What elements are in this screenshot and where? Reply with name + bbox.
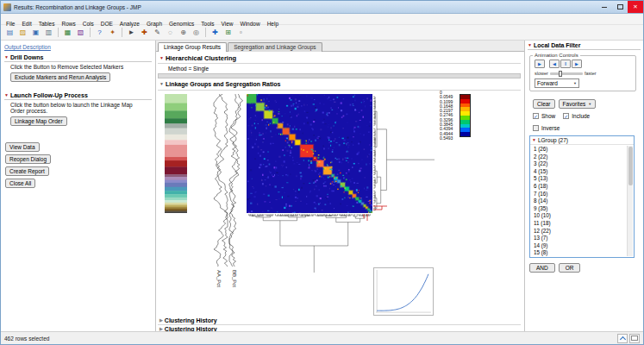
axis-label-aa-pct: AA_Pct (216, 270, 222, 287)
recombination-heatmap[interactable] (247, 94, 372, 213)
output-description-link[interactable]: Output Description (4, 44, 152, 50)
lgroup-list-item[interactable]: 1 (26) (531, 146, 627, 154)
exclude-markers-button[interactable]: Exclude Markers and Rerun Analysis (10, 72, 110, 82)
create-report-button[interactable]: Create Report (5, 166, 49, 176)
help-icon[interactable]: ? (94, 27, 105, 38)
plus-icon[interactable]: ✚ (209, 27, 221, 38)
lgroup-list-item[interactable]: 8 (14) (531, 198, 627, 205)
lgroup-list-item[interactable]: 10 (10) (531, 212, 627, 220)
linkage-group-color-strip[interactable] (165, 94, 187, 213)
distance-curve-plot[interactable] (373, 267, 434, 316)
play-button[interactable]: ▶ (535, 60, 545, 68)
layout-icon[interactable]: ▧ (75, 27, 86, 38)
journal-icon[interactable]: ▦ (62, 27, 73, 38)
minimize-button[interactable] (597, 1, 612, 13)
animation-buttons: ▶◀‖▶ (535, 60, 633, 68)
brush-tool-icon[interactable]: ✎ (152, 27, 163, 38)
reopen-dialog-button[interactable]: Reopen Dialog (5, 154, 51, 164)
lgroup-list-item[interactable]: 12 (22) (531, 228, 627, 235)
list-scrollbar[interactable] (627, 146, 633, 256)
pause-button[interactable]: ‖ (560, 60, 571, 68)
lgroup-list-item[interactable]: 2 (22) (531, 154, 627, 161)
clear-button[interactable]: Clear (533, 99, 555, 109)
favorites-dropdown-button[interactable]: Favorites ▼ (559, 99, 597, 109)
hand-tool-icon[interactable]: ✚ (139, 27, 150, 38)
menu-help[interactable]: Help (264, 18, 282, 29)
drill-downs-header[interactable]: ▼ Drill Downs (4, 54, 152, 62)
lgroup-filter-list[interactable]: ▼ LGroup (27) 1 (26)2 (22)3 (22)4 (15)5 … (529, 135, 635, 258)
step-forward-button[interactable]: ▶ (572, 60, 582, 68)
window-panel-icon[interactable] (629, 334, 640, 343)
legend-scale-values: 00.05490.10990.16480.21970.27460.32960.3… (440, 91, 453, 141)
lgroup-list-item[interactable]: 5 (13) (531, 175, 627, 183)
lgroup-list-item[interactable]: 11 (18) (531, 220, 627, 228)
lgroup-list-item[interactable]: 7 (16) (531, 191, 627, 198)
tab-linkage-group-results[interactable]: Linkage Group Results (158, 42, 227, 52)
follow-up-description: Click the button below to launch the Lin… (10, 102, 138, 114)
follow-up-header[interactable]: ▼ Launch Follow-Up Process (4, 92, 152, 100)
new-data-table-icon[interactable]: ▤ (4, 27, 16, 38)
speed-slider-row: slower faster (535, 71, 633, 76)
lgroup-list-item[interactable]: 4 (15) (531, 168, 627, 176)
lgroup-list-item[interactable]: 3 (22) (531, 160, 627, 168)
region-icon[interactable]: ▫ (235, 27, 247, 38)
red-triangle-icon[interactable]: ▼ (159, 56, 164, 60)
lgroup-list-item[interactable]: 6 (18) (531, 183, 627, 191)
collapsed-triangle-icon[interactable]: ▶ (159, 318, 163, 323)
lgroup-list-item[interactable]: 9 (35) (531, 205, 627, 213)
and-button[interactable]: AND (529, 263, 555, 273)
inverse-checkbox[interactable] (533, 125, 539, 131)
toolbar-separator (205, 28, 206, 37)
crosshair-tool-icon[interactable]: ⊕ (178, 27, 189, 38)
animation-controls-label: Animation Controls (533, 53, 580, 58)
print-icon[interactable]: ▥ (43, 27, 54, 38)
linkage-map-order-button[interactable]: Linkage Map Order (10, 116, 67, 126)
collapsed-panel-bar[interactable] (158, 73, 521, 78)
scrollbar-thumb[interactable] (628, 147, 633, 185)
disclosure-triangle-icon[interactable]: ▼ (159, 82, 164, 86)
checkmark-icon: ✓ (564, 114, 568, 119)
divider (158, 90, 521, 91)
tools-icon[interactable]: ✦ (107, 27, 118, 38)
marker-profile-plot[interactable] (211, 94, 246, 267)
clustering-history-header-2[interactable]: ▶ Clustering History (158, 325, 521, 331)
follow-up-title: Launch Follow-Up Process (10, 92, 88, 98)
show-checkbox[interactable]: ✓ (533, 113, 539, 119)
arrow-cursor-icon[interactable]: ► (126, 27, 137, 38)
linkage-groups-header[interactable]: ▼ Linkage Groups and Segregation Ratios (159, 81, 280, 87)
or-button[interactable]: OR (559, 263, 581, 273)
hierarchical-clustering-header[interactable]: ▼ Hierarchical Clustering (159, 54, 236, 62)
close-all-button[interactable]: Close All (5, 179, 35, 188)
save-icon[interactable]: ▣ (30, 27, 41, 38)
clustering-history-header-1[interactable]: ▶ Clustering History (158, 317, 521, 325)
include-checkbox[interactable]: ✓ (563, 113, 569, 119)
lgroup-list-header[interactable]: ▼ LGroup (27) (530, 136, 634, 145)
local-data-filter-header[interactable]: ▼ Local Data Filter (528, 42, 641, 50)
legend-color-block (460, 132, 470, 136)
close-button[interactable]: ✕ (628, 1, 643, 13)
step-back-button[interactable]: ◀ (549, 60, 560, 68)
red-triangle-icon[interactable]: ▼ (4, 93, 9, 97)
hierarchical-clustering-title: Hierarchical Clustering (166, 54, 236, 62)
zoom-tool-icon[interactable]: ◎ (191, 27, 202, 38)
maximize-button[interactable] (612, 1, 628, 13)
open-icon[interactable]: ▨ (17, 27, 28, 38)
tab-segregation-and-linkage-groups[interactable]: Segregation and Linkage Groups (228, 42, 322, 52)
slider-thumb[interactable] (559, 71, 562, 77)
right-dendrogram[interactable] (373, 94, 436, 213)
chevron-up-icon[interactable] (617, 334, 628, 343)
lgroup-list-item[interactable]: 14 (9) (531, 242, 627, 250)
lasso-tool-icon[interactable]: ◌ (165, 27, 176, 38)
speed-slider[interactable] (550, 72, 583, 75)
direction-dropdown[interactable]: Forward ▼ (535, 78, 579, 88)
red-triangle-icon[interactable]: ▼ (532, 138, 536, 142)
lgroup-list-item[interactable]: 13 (7) (531, 235, 627, 242)
red-triangle-icon[interactable]: ▼ (4, 55, 9, 60)
bottom-dendrogram[interactable] (247, 214, 372, 276)
lgroup-list-item[interactable]: 15 (8) (531, 249, 627, 256)
grid-icon[interactable]: ⊞ (222, 27, 234, 38)
red-triangle-icon[interactable]: ▼ (528, 43, 532, 47)
tabs-bar: Linkage Group ResultsSegregation and Lin… (156, 41, 524, 52)
faster-label: faster (585, 71, 597, 76)
view-data-button[interactable]: View Data (5, 142, 40, 152)
